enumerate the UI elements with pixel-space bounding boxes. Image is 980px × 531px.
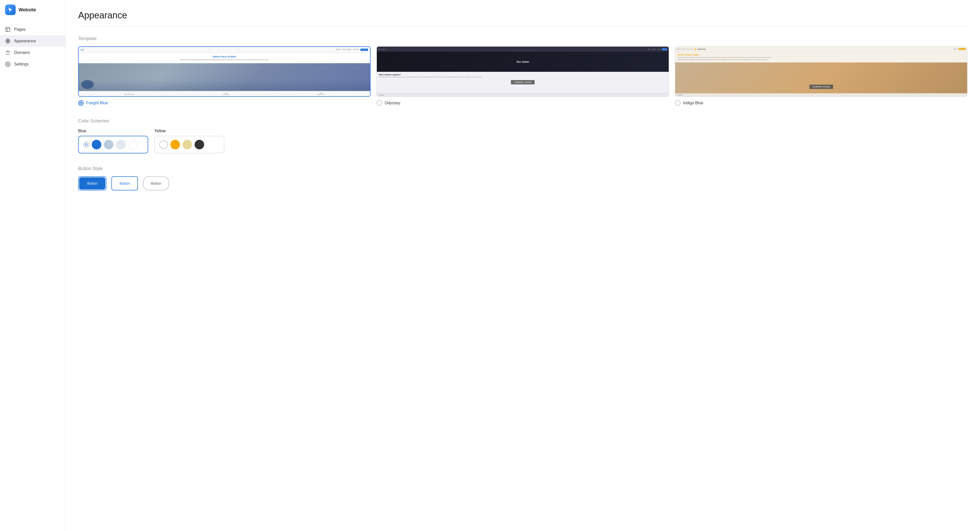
freight-mockup: BHD About Us FAQ Services Truck Cost Con…: [79, 47, 370, 96]
yellow-swatch-border[interactable]: [154, 136, 224, 154]
svg-point-8: [7, 63, 9, 65]
app-icon: [5, 5, 16, 15]
app-title: Website: [19, 7, 36, 13]
button-style-section: Button Style Button Button Button: [78, 166, 967, 190]
templates-grid: BHD About Us FAQ Services Truck Cost Con…: [78, 46, 967, 106]
odyssey-coming-soon-badge: COMING SOON: [511, 80, 535, 84]
freight-nav: BHD About Us FAQ Services Truck Cost Con…: [79, 47, 370, 53]
button-style-rounded[interactable]: Button: [143, 176, 169, 190]
sidebar-item-appearance[interactable]: Appearance: [0, 35, 65, 47]
app-header: Website: [0, 0, 65, 20]
domains-icon: [5, 50, 11, 55]
template-section: Template BHD About Us FAQ Services Truck…: [78, 36, 967, 106]
blue-white-swatch: [128, 140, 138, 149]
odyssey-radio[interactable]: [377, 100, 382, 106]
sidebar-item-appearance-label: Appearance: [14, 39, 36, 43]
burton-q: What is Burton Logistics?: [379, 74, 667, 76]
sidebar-item-settings-label: Settings: [14, 62, 29, 67]
indigo-coming-soon-badge: COMING SOON: [809, 85, 833, 89]
sidebar-item-pages[interactable]: Pages: [0, 24, 65, 35]
freight-blue-radio[interactable]: [78, 100, 84, 106]
sidebar-item-domains-label: Domains: [14, 51, 30, 55]
blue-primary-swatch: [92, 140, 101, 149]
template-preview-odyssey[interactable]: Burton Logistics About Services Team Con…: [377, 46, 669, 97]
template-card-indigo-blue[interactable]: About Us Services Join our team ▶ Rapid …: [675, 46, 967, 106]
blue-scheme-label: Blue: [78, 129, 148, 133]
button-style-outlined[interactable]: Button: [111, 176, 138, 190]
yellow-dark-swatch: [194, 140, 204, 149]
color-scheme-blue[interactable]: Blue: [78, 129, 148, 154]
sidebar-item-domains[interactable]: Domains: [0, 47, 65, 59]
template-option-freight-blue[interactable]: Freight Blue: [78, 100, 371, 106]
template-card-odyssey[interactable]: Burton Logistics About Services Team Con…: [377, 46, 669, 106]
indigo-blue-label: Indigo Blue: [683, 101, 703, 105]
sidebar-item-settings[interactable]: Settings: [0, 59, 65, 70]
yellow-scheme-label: Yellow: [154, 129, 224, 133]
template-option-odyssey[interactable]: Odyssey: [377, 100, 669, 106]
settings-icon: [5, 62, 11, 67]
main-content: Appearance Template BHD About Us FAQ Ser…: [65, 0, 980, 531]
sidebar-nav: Pages Appearance Domains: [0, 20, 65, 74]
appearance-icon: [5, 38, 11, 44]
odyssey-team: Our team: [377, 93, 669, 97]
blue-scheme-radio[interactable]: [83, 141, 89, 147]
cursor-icon: [8, 7, 13, 13]
color-scheme-yellow[interactable]: Yellow: [154, 129, 224, 154]
button-style-grid: Button Button Button: [78, 176, 967, 190]
sidebar: Website Pages Appearance: [0, 0, 65, 531]
blue-swatch-border[interactable]: [78, 136, 148, 154]
blue-tertiary-swatch: [116, 140, 126, 149]
indigo-blue-radio[interactable]: [675, 100, 681, 106]
template-option-indigo-blue[interactable]: Indigo Blue: [675, 100, 967, 106]
color-schemes-label: Color Schemes: [78, 118, 967, 124]
odyssey-label: Odyssey: [385, 101, 400, 105]
indigo-coming-soon-overlay: COMING SOON: [675, 84, 967, 89]
yellow-primary-swatch: [170, 140, 180, 149]
template-label: Template: [78, 36, 967, 41]
blue-secondary-swatch: [104, 140, 113, 149]
page-title: Appearance: [78, 10, 967, 26]
template-preview-freight-blue[interactable]: BHD About Us FAQ Services Truck Cost Con…: [78, 46, 371, 97]
odyssey-coming-soon-overlay: COMING SOON: [377, 79, 669, 84]
button-style-filled-wrapper[interactable]: Button: [78, 176, 107, 190]
template-preview-indigo-blue[interactable]: About Us Services Join our team ▶ Rapid …: [675, 46, 967, 97]
color-schemes-grid: Blue Yellow: [78, 129, 224, 154]
pages-icon: [5, 27, 11, 32]
svg-rect-0: [6, 27, 10, 32]
rapid-q: What is Rapid Freight?: [678, 54, 965, 56]
button-style-label: Button Style: [78, 166, 967, 171]
freight-blue-label: Freight Blue: [86, 101, 108, 105]
odyssey-vision-text: Our vision: [517, 60, 529, 63]
yellow-scheme-radio[interactable]: [159, 140, 168, 149]
indigo-team: Our team: [675, 93, 967, 97]
sidebar-item-pages-label: Pages: [14, 27, 25, 32]
freight-hero-title: Deliver Piece Of Mind: [82, 55, 367, 58]
template-card-freight-blue[interactable]: BHD About Us FAQ Services Truck Cost Con…: [78, 46, 371, 106]
yellow-secondary-swatch: [183, 140, 192, 149]
color-schemes-section: Color Schemes Blue: [78, 118, 967, 154]
button-style-filled[interactable]: Button: [79, 178, 105, 189]
